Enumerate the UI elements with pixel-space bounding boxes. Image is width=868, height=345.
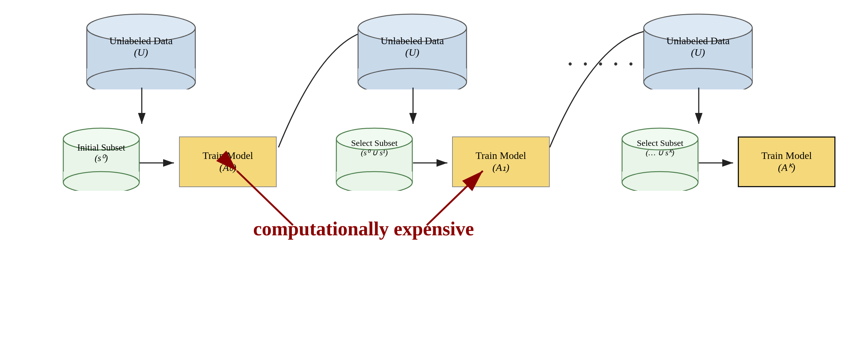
svg-point-36	[622, 172, 698, 191]
subset2-label: Select Subset	[333, 138, 416, 148]
svg-line-42	[427, 171, 483, 225]
svg-line-40	[237, 171, 293, 225]
ud3-label: Unlabeled Data	[637, 35, 760, 47]
initial-subset-cylinder: Initial Subset (s⁰)	[60, 127, 143, 191]
diagram-inner: Unlabeled Data (U) Initial Subset	[36, 13, 832, 310]
unlabeled-data-cylinder-3: Unlabeled Data (U)	[637, 13, 760, 89]
arrow-subset3-to-train3	[699, 156, 739, 170]
arrow-ud3-to-subset3	[692, 88, 706, 129]
train3-sublabel: (Aᴷ)	[778, 161, 795, 173]
expensive-arrow-right	[398, 164, 492, 229]
svg-point-10	[63, 172, 139, 191]
subset3-sublabel: (… ∪ sᴷ)	[618, 148, 702, 157]
diagram-container: Unlabeled Data (U) Initial Subset	[0, 0, 868, 345]
train3-label: Train Model	[761, 150, 812, 161]
subset2-sublabel: (s⁰ ∪ s¹)	[333, 148, 416, 157]
train2-sublabel: (A₁)	[493, 161, 510, 173]
subset3-label: Select Subset	[618, 138, 702, 148]
arrow-subset1-to-train1	[140, 156, 179, 170]
arrow-ud2-to-subset2	[406, 88, 420, 129]
arrow-ud1-to-subset1	[135, 88, 149, 129]
ud3-sublabel: (U)	[637, 47, 760, 58]
subset1-label: Initial Subset	[60, 143, 143, 153]
expensive-arrow-left	[228, 164, 315, 229]
subset1-sublabel: (s⁰)	[60, 153, 143, 163]
train-model-box-3: Train Model (Aᴷ)	[738, 136, 835, 187]
select-subset-cylinder-3: Select Subset (… ∪ sᴷ)	[618, 127, 702, 191]
